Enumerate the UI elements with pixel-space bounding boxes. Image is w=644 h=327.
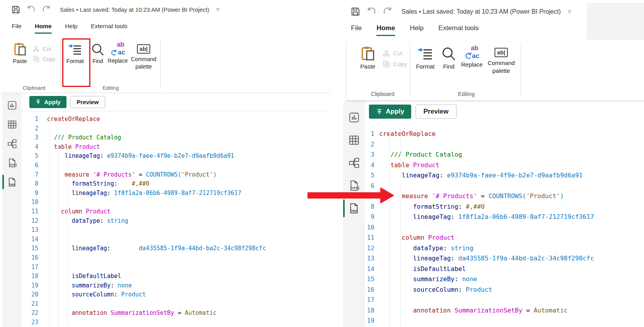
code-line: 21 [22,300,331,309]
paste-button[interactable]: Paste [356,45,380,70]
paste-clipboard-icon [13,42,27,57]
code-line: 3 /// Product Catalog [22,133,331,143]
sidebar-item-table-view[interactable] [343,129,365,152]
code-line: 18 isDefaultLabel [22,272,331,281]
line-number: 12 [22,217,38,226]
indent-guide [389,126,390,327]
menu-home[interactable]: Home [35,23,52,34]
group-label-clipboard: Clipboard [356,91,410,97]
paste-clipboard-icon [360,45,376,62]
menu-bar: File Home Help External tools [12,23,128,34]
code-line: 16 [22,253,331,263]
find-button[interactable]: Find [440,46,457,70]
menu-external-tools[interactable]: External tools [439,24,479,36]
code-line: 16 sourceColumn: Product [365,285,644,295]
code-line: 15 lineageTag: da435585-1f9a-44bd-ba2c-3… [22,244,331,253]
line-number: 4 [365,160,374,171]
tmdl-code-editor-before[interactable]: 1createOrReplace23 /// Product Catalog4 … [22,111,331,327]
line-number: 5 [365,170,374,181]
line-number: 13 [22,226,38,235]
sidebar-item-report-view[interactable] [2,96,22,115]
preview-button[interactable]: Preview [416,105,456,119]
save-icon[interactable] [350,6,361,17]
code-line: 14 [22,235,331,244]
code-line: 10 [22,198,331,207]
sidebar-item-model-view[interactable] [2,134,22,153]
title-bar: Sales • Last saved: Today at 10:23 AM (P… [350,6,571,17]
code-line: 2 [22,124,331,134]
code-line: 5 lineageTag: e9374b9a-faee-4f9e-b2e7-d9… [365,170,644,181]
copy-button[interactable]: Copy [382,60,407,68]
sidebar-item-model-view[interactable] [343,152,365,174]
command-palette-button[interactable]: ab| Command palette [129,42,158,70]
ribbon: Paste Cut Copy [346,40,644,100]
menu-help[interactable]: Help [410,24,424,36]
dax-query-view-icon: DAX [7,158,17,168]
sidebar-item-tmdl-view[interactable]: TMDL [2,172,22,192]
menu-home[interactable]: Home [376,24,395,36]
menu-help[interactable]: Help [65,23,77,34]
line-number: 17 [22,263,38,272]
line-number: 3 [365,150,374,160]
menu-external-tools[interactable]: External tools [91,23,128,34]
line-number: 19 [22,281,38,291]
tmdl-toolbar: Apply Preview [365,101,644,123]
copy-button[interactable]: Copy [32,55,56,63]
tmdl-code-editor-after[interactable]: 1createOrReplace23 /// Product Catalog4 … [365,123,644,327]
code-line: 6 [22,161,331,170]
save-icon[interactable] [11,5,21,14]
tmdl-view-icon: TMDL [7,177,17,187]
line-number: 10 [365,222,374,233]
apply-button[interactable]: Apply [29,96,67,108]
indent-guide [67,115,67,327]
apply-button[interactable]: Apply [369,105,411,119]
table-view-icon [348,134,360,146]
replace-button[interactable]: ab ac Replace [460,45,484,68]
code-lines: 1createOrReplace23 /// Product Catalog4 … [22,115,331,327]
undo-icon[interactable] [26,5,36,14]
menu-file[interactable]: File [351,24,362,36]
undo-icon[interactable] [366,6,377,17]
redo-icon[interactable] [41,5,51,14]
code-line: 7 measure '# Products' = COUNTROWS('Prod… [365,191,644,202]
paste-button[interactable]: Paste [9,42,31,64]
find-button[interactable]: Find [90,43,106,64]
format-button[interactable]: Format [414,46,436,70]
preview-button[interactable]: Preview [70,96,106,108]
indent-guide [50,115,50,327]
svg-text:TMDL: TMDL [351,210,358,212]
cut-button[interactable]: Cut [32,45,56,52]
line-number: 14 [365,264,374,275]
code-line: 4 table Product [22,143,331,152]
code-line: 4 table Product [365,160,644,171]
sidebar-item-dax-view[interactable]: DAX [2,153,22,172]
code-line: 18 annotation SummarizationSetBy = Autom… [365,305,644,316]
sidebar-item-report-view[interactable] [343,106,365,129]
powerbi-window-after: Sales • Last saved: Today at 10:23 AM (P… [335,0,644,327]
code-line: 11 column Product [22,207,331,217]
line-number: 20 [22,290,38,300]
line-number: 13 [365,253,374,264]
scissors-icon [382,49,390,57]
line-number: 1 [22,115,38,124]
sidebar-item-table-view[interactable] [2,115,22,134]
line-number: 10 [22,198,38,207]
chevron-down-icon[interactable]: ▽ [216,7,219,12]
cut-button[interactable]: Cut [382,49,407,57]
menu-file[interactable]: File [12,23,22,34]
view-switcher: DAX TMDL [343,101,365,327]
menu-bar: File Home Help External tools [351,24,479,36]
chevron-down-icon[interactable]: ▽ [568,9,571,14]
ribbon: Paste Cut Copy [0,37,331,93]
format-button[interactable]: Format [65,43,85,64]
replace-button[interactable]: ab ac Replace [106,42,129,64]
copy-pages-icon [382,60,390,68]
line-number: 18 [22,272,38,281]
command-palette-button[interactable]: ab| Command palette [486,45,517,75]
code-line: 11 column Product [365,233,644,243]
code-line: 3 /// Product Catalog [365,150,644,160]
redo-icon[interactable] [382,6,393,17]
line-number: 21 [22,300,38,309]
line-number: 6 [22,161,38,170]
replace-icon: ab ac [464,45,480,60]
